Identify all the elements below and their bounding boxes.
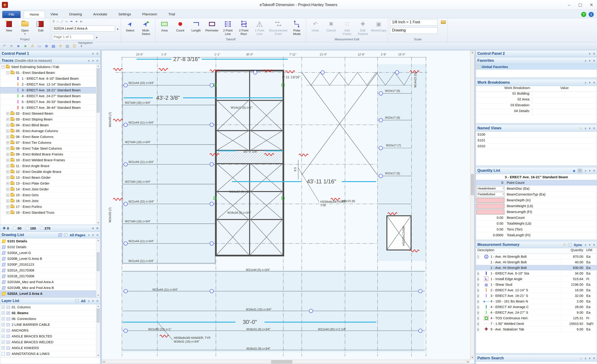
undo-icon[interactable]: ↶ bbox=[1, 43, 8, 49]
trace-item[interactable]: −01 - Erect Standard Beam bbox=[0, 70, 96, 76]
move-copy-button[interactable]: ▣Move/Copy bbox=[371, 19, 386, 32]
expand-icon[interactable]: + bbox=[6, 112, 9, 115]
maximize-button[interactable]: ▢ bbox=[575, 1, 586, 9]
favorites-close-icon[interactable]: ✕ bbox=[593, 59, 595, 62]
tab-trial[interactable]: Trial bbox=[163, 11, 181, 18]
expand-icon[interactable]: + bbox=[6, 200, 9, 202]
pan-icon[interactable]: ➥ bbox=[70, 20, 73, 23]
edit-points-button[interactable]: ✚Edit Points▾ bbox=[356, 19, 370, 36]
quantity-row[interactable]: 0.00Tons (Ton) bbox=[476, 226, 597, 232]
polar-mode-button[interactable]: Polar Mode bbox=[290, 19, 304, 36]
drawing-select[interactable]: S202A Level 2 Area A bbox=[52, 26, 115, 32]
layer-visibility-checkbox[interactable]: ✓ bbox=[2, 317, 5, 320]
trace-item[interactable]: +05 - Erect Average Columns bbox=[0, 128, 96, 134]
layer-list-close-icon[interactable]: ✕ bbox=[96, 299, 99, 303]
drawing-list-item[interactable]: S201B_20170306 bbox=[0, 273, 96, 279]
layer-list-scrollbar[interactable]: ▲ ▼ bbox=[96, 304, 100, 357]
rotation-option-180[interactable]: 180 bbox=[26, 226, 36, 230]
tab-annotate[interactable]: Annotate bbox=[87, 11, 113, 18]
quantity-input[interactable] bbox=[476, 198, 504, 203]
work-breakdown-value[interactable] bbox=[532, 109, 597, 115]
trace-item[interactable]: I1 - ERECT Ave. 6-10" Standard Beam bbox=[0, 76, 96, 82]
pin-icon[interactable]: ⚲ bbox=[53, 20, 55, 23]
measurement-row[interactable]: +4 - TOS Continuous Hori:125.31Ft bbox=[476, 315, 597, 321]
rotation-menu-icon[interactable]: ▾ bbox=[92, 226, 94, 230]
expand-icon[interactable]: + bbox=[477, 328, 479, 331]
trace-item[interactable]: +10 - Erect Welded Brace Frames bbox=[0, 157, 96, 163]
quantity-row[interactable]: 0Point Count bbox=[476, 180, 597, 186]
close-button[interactable]: ✕ bbox=[586, 1, 597, 9]
layer-visibility-checkbox[interactable] bbox=[2, 352, 5, 355]
multi-select-icon[interactable]: ➤ bbox=[22, 43, 28, 49]
perimeter-takeoff-button[interactable]: Perimeter bbox=[205, 19, 219, 32]
next-view-icon[interactable]: ► bbox=[80, 20, 83, 23]
wb-menu-icon[interactable]: ▾ bbox=[589, 81, 591, 84]
collapse-icon[interactable]: − bbox=[2, 65, 5, 69]
layer-list-menu-icon[interactable]: ▾ bbox=[92, 299, 94, 303]
measurement-row[interactable]: −⊛1 - Ave. Hi-Strength Bolt870.00Ea bbox=[476, 254, 597, 259]
traces-collapse-icon[interactable]: ∧ bbox=[88, 59, 90, 62]
trace-item[interactable]: +06 - Erect Base Columns bbox=[0, 134, 96, 140]
quantity-row[interactable]: 0.00BeamCount bbox=[476, 215, 597, 221]
panel2-menu-icon[interactable]: ▾ bbox=[589, 52, 591, 55]
measurement-row[interactable]: +I4 - ERECT Ave. 24-27" S9.00Ea bbox=[476, 310, 597, 315]
drawing-list-item[interactable]: S201MA_Mez and Pool Area A bbox=[0, 279, 96, 285]
pattern-search-icon[interactable]: ⌕ bbox=[581, 356, 582, 360]
drawing-list-item[interactable]: S201A_20170306 bbox=[0, 268, 96, 273]
layer-row[interactable]: ✓01. Columns bbox=[0, 304, 96, 310]
layer-row[interactable]: ✓ANCHORS bbox=[0, 328, 96, 333]
measurement-row[interactable]: +I2 - ERECT Ave. 12-14" S16.00Ea bbox=[476, 287, 597, 293]
trace-item[interactable]: +16 - Erect Joist bbox=[0, 198, 96, 204]
trace-item[interactable]: +13 - Erect Plate Girder bbox=[0, 181, 96, 186]
pattern-close-icon[interactable]: ✕ bbox=[593, 356, 595, 360]
help-icon[interactable]: ? bbox=[581, 12, 586, 17]
collapse-icon[interactable]: − bbox=[6, 71, 9, 74]
trace-item[interactable]: I4 - ERECT Ave. 24-27" Standard Beam bbox=[0, 93, 96, 99]
drawing-select-dropdown-icon[interactable]: ▼ bbox=[116, 28, 119, 31]
expand-icon[interactable]: + bbox=[6, 182, 9, 185]
work-breakdown-row[interactable]: 02 Area: bbox=[476, 97, 597, 103]
trace-item[interactable]: I6 - ERECT Ave. 36-44" Standard Beam bbox=[0, 105, 96, 111]
multi-select-button[interactable]: ➤◆Multi-Select bbox=[139, 19, 153, 36]
drawing-list-close-icon[interactable]: ✕ bbox=[96, 233, 99, 237]
drawing-list-item[interactable]: S200B_Level G Area B bbox=[0, 256, 96, 262]
drawing-list-scrollbar[interactable]: ▲ ▼ bbox=[96, 238, 100, 297]
add-points-button[interactable]: ∷Add Points bbox=[340, 19, 354, 36]
minimize-button[interactable]: – bbox=[563, 1, 575, 9]
trace-item[interactable]: I2 - ERECT Ave. 12-14" Standard Beam bbox=[0, 82, 96, 87]
expand-icon[interactable]: + bbox=[477, 278, 479, 281]
expand-icon[interactable]: + bbox=[6, 205, 9, 208]
quantity-row[interactable]: BeamDepth (In) bbox=[476, 197, 597, 203]
pattern-collapse-icon[interactable]: ∧ bbox=[584, 356, 587, 360]
expand-icon[interactable]: − bbox=[477, 255, 479, 258]
trace-item[interactable]: +07 - Erect Tier Columns bbox=[0, 140, 96, 146]
select-button[interactable]: ➤Select bbox=[123, 19, 137, 32]
new-project-button[interactable]: New bbox=[2, 19, 16, 32]
cancel-button[interactable]: ✖Cancel bbox=[324, 19, 338, 32]
scale-value-field[interactable]: 1/8 Inch = 1 Foot bbox=[390, 19, 438, 26]
named-view-item[interactable]: S310 bbox=[476, 143, 597, 149]
named-views-capture-icon[interactable]: ☀ bbox=[579, 126, 582, 130]
layer-visibility-checkbox[interactable]: ✓ bbox=[2, 346, 5, 349]
trace-item[interactable]: +08 - Erect Tube Steel Columns bbox=[0, 146, 96, 151]
area-takeoff-button[interactable]: Area bbox=[157, 19, 172, 32]
all-pages-checkbox[interactable]: ✓ bbox=[64, 233, 67, 237]
drawing-list-collapse-icon[interactable]: ∧ bbox=[88, 233, 90, 237]
trace-item[interactable]: +02 - Erect Skewed Beam bbox=[0, 111, 96, 116]
layer-row[interactable]: ✓2 LINE BARRIER CABLE bbox=[0, 322, 96, 328]
named-views-collapse-icon[interactable]: ∧ bbox=[584, 126, 587, 130]
drawing-list-item[interactable]: S200A_Level G bbox=[0, 250, 96, 256]
measurement-row[interactable]: 1 - Ave. Hi-Strength Bolt40.00Ea bbox=[476, 259, 597, 265]
measurement-row[interactable]: +I3 - ERECT Ave. 16-21" S32.00Ea bbox=[476, 293, 597, 299]
trace-item[interactable]: I3 - ERECT Ave. 16-21" Standard Beam bbox=[0, 87, 96, 93]
open-project-button[interactable]: Open▾ bbox=[18, 19, 32, 35]
tab-view[interactable]: View bbox=[45, 11, 63, 18]
drawing-list-item[interactable]: S101 Details bbox=[0, 238, 96, 244]
measurement-row[interactable]: 1 - Ave. Hi-Strength Bolt830.00Ea bbox=[476, 265, 597, 271]
scale-type-field[interactable]: Drawing bbox=[390, 27, 438, 34]
layer-row[interactable]: ✓ANGLE BRACES WELDED bbox=[0, 339, 96, 345]
expand-icon[interactable]: + bbox=[6, 153, 9, 156]
all-layers-checkbox[interactable]: ✓ bbox=[75, 299, 79, 302]
layer-visibility-checkbox[interactable]: ✓ bbox=[2, 323, 5, 326]
expand-icon[interactable]: + bbox=[477, 300, 479, 303]
